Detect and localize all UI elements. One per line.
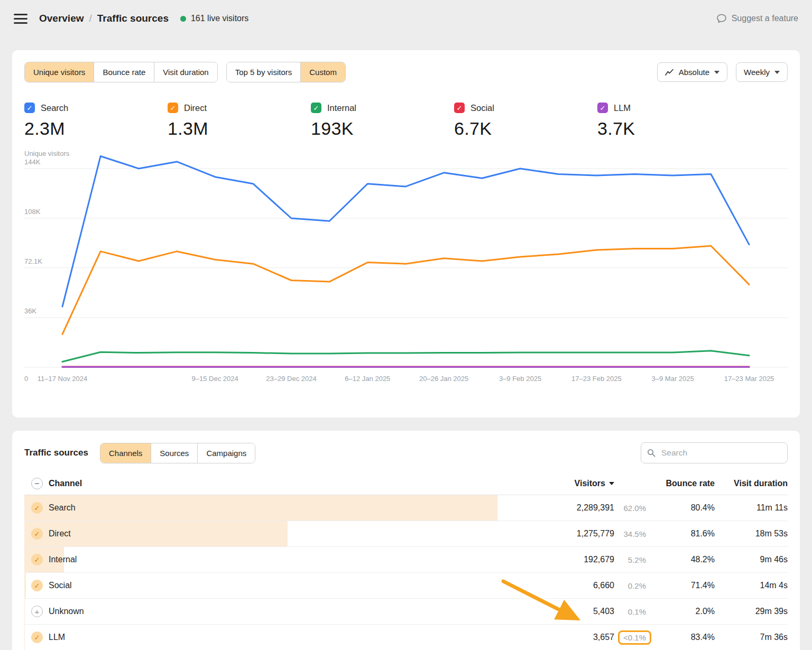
channel-name[interactable]: Unknown	[49, 607, 519, 616]
tab-sources[interactable]: Sources	[151, 443, 198, 463]
svg-text:0: 0	[24, 375, 28, 383]
bounce-rate-value: 48.2%	[646, 555, 715, 564]
svg-text:20–26 Jan 2025: 20–26 Jan 2025	[419, 375, 468, 383]
metric-tabs: Unique visitors Bounce rate Visit durati…	[24, 62, 218, 82]
legend-item-internal[interactable]: ✓ Internal 193K	[311, 103, 454, 139]
live-visitors: 161 live visitors	[180, 14, 248, 23]
suggest-feature-label: Suggest a feature	[732, 14, 798, 23]
topbar: Overview / Traffic sources 161 live visi…	[0, 0, 812, 37]
weekly-dropdown[interactable]: Weekly	[736, 62, 788, 82]
check-icon[interactable]: ✓	[31, 632, 43, 643]
breadcrumb: Overview / Traffic sources	[39, 13, 169, 24]
bounce-rate-value: 80.4%	[646, 503, 715, 513]
legend-label: Internal	[327, 103, 356, 113]
svg-text:3–9 Mar 2025: 3–9 Mar 2025	[652, 375, 694, 383]
breadcrumb-separator: /	[89, 13, 92, 24]
svg-text:11–17 Nov 2024: 11–17 Nov 2024	[38, 375, 87, 383]
breadcrumb-overview[interactable]: Overview	[39, 13, 84, 24]
channel-name[interactable]: Internal	[49, 555, 519, 564]
column-visitors: Visitors	[575, 479, 605, 488]
bounce-rate-value: 83.4%	[646, 633, 715, 642]
check-icon[interactable]: ✓	[31, 502, 43, 514]
visitors-value: 5,403	[519, 607, 614, 616]
visitors-value: 2,289,391	[519, 503, 614, 513]
channel-name[interactable]: LLM	[49, 633, 519, 642]
legend-label: LLM	[614, 103, 631, 113]
svg-text:17–23 Mar 2025: 17–23 Mar 2025	[724, 375, 774, 383]
tab-bounce-rate[interactable]: Bounce rate	[94, 62, 154, 82]
visitors-share: 0.2%	[628, 581, 646, 590]
expand-icon[interactable]: +	[31, 606, 43, 617]
visitors-share: 5.2%	[628, 555, 646, 564]
absolute-label: Absolute	[679, 68, 709, 77]
table-toolbar: Traffic sources Channels Sources Campaig…	[24, 442, 788, 463]
search-input[interactable]	[641, 442, 788, 463]
visit-duration-value: 7m 36s	[715, 633, 788, 642]
legend-value: 3.7K	[597, 118, 741, 139]
legend-value: 6.7K	[454, 118, 597, 139]
legend-value: 2.3M	[24, 118, 168, 139]
table-row-llm: ✓ LLM 3,657 <0.1% 83.4% 7m 36s	[24, 625, 788, 650]
tab-campaigns[interactable]: Campaigns	[198, 443, 255, 463]
column-channel: Channel	[49, 479, 519, 488]
legend-checkbox[interactable]: ✓	[597, 103, 608, 113]
legend-item-direct[interactable]: ✓ Direct 1.3M	[168, 103, 311, 139]
bounce-rate-value: 81.6%	[646, 529, 715, 538]
legend-item-social[interactable]: ✓ Social 6.7K	[454, 103, 597, 139]
live-visitors-label: 161 live visitors	[191, 14, 248, 23]
tab-channels[interactable]: Channels	[100, 443, 151, 463]
visitors-share: 34.5%	[623, 530, 646, 538]
chevron-down-icon	[714, 71, 719, 74]
legend-item-llm[interactable]: ✓ LLM 3.7K	[597, 103, 741, 139]
bounce-rate-value: 2.0%	[646, 607, 715, 616]
column-visit-duration[interactable]: Visit duration	[715, 479, 788, 488]
visit-duration-value: 18m 53s	[715, 529, 788, 538]
check-icon[interactable]: ✓	[31, 554, 43, 565]
check-icon[interactable]: ✓	[31, 528, 43, 540]
legend-checkbox[interactable]: ✓	[311, 103, 321, 113]
chart-card: Unique visitors Bounce rate Visit durati…	[12, 50, 800, 417]
bounce-rate-value: 71.4%	[646, 581, 715, 590]
table-search	[641, 442, 788, 463]
table-row-unknown: + Unknown 5,403 0.1% 2.0% 29m 39s	[24, 599, 788, 625]
svg-text:36K: 36K	[24, 307, 36, 315]
menu-icon[interactable]	[14, 14, 27, 24]
absolute-dropdown[interactable]: Absolute	[657, 62, 727, 82]
legend-checkbox[interactable]: ✓	[24, 103, 35, 113]
channels-table-body: ✓ Search 2,289,391 62.0% 80.4% 11m 11s ✓…	[24, 495, 788, 650]
breadcrumb-page[interactable]: Traffic sources	[97, 13, 169, 24]
svg-text:144K: 144K	[24, 158, 41, 166]
svg-text:23–29 Dec 2024: 23–29 Dec 2024	[266, 375, 316, 383]
tab-custom[interactable]: Custom	[301, 62, 345, 82]
tab-unique-visitors[interactable]: Unique visitors	[25, 62, 94, 82]
legend-label: Search	[41, 103, 68, 113]
weekly-label: Weekly	[744, 68, 770, 77]
check-icon[interactable]: ✓	[31, 580, 43, 591]
tab-visit-duration[interactable]: Visit duration	[154, 62, 217, 82]
svg-text:9–15 Dec 2024: 9–15 Dec 2024	[192, 375, 238, 383]
column-bounce-rate[interactable]: Bounce rate	[646, 479, 715, 488]
channel-name[interactable]: Search	[49, 503, 519, 513]
visit-duration-value: 9m 46s	[715, 555, 788, 564]
search-icon	[647, 449, 656, 457]
channel-name[interactable]: Direct	[49, 529, 519, 538]
visitors-share: 0.1%	[628, 607, 646, 616]
channel-name[interactable]: Social	[49, 581, 519, 590]
svg-text:108K: 108K	[24, 208, 41, 216]
traffic-chart: 144K108K72.1K36K0Unique visitors11–17 No…	[24, 148, 788, 387]
visitors-share: 62.0%	[623, 504, 646, 513]
legend-value: 1.3M	[168, 118, 311, 139]
chart-area: 144K108K72.1K36K0Unique visitors11–17 No…	[24, 148, 788, 387]
section-title: Traffic sources	[24, 448, 88, 458]
sort-visitors[interactable]: Visitors	[519, 479, 614, 488]
collapse-all-icon[interactable]: −	[31, 478, 43, 489]
chat-bubble-icon	[716, 13, 727, 24]
legend-label: Direct	[184, 103, 207, 113]
legend-checkbox[interactable]: ✓	[168, 103, 178, 113]
chevron-down-icon	[774, 71, 780, 74]
suggest-feature-button[interactable]: Suggest a feature	[716, 13, 798, 24]
legend-item-search[interactable]: ✓ Search 2.3M	[24, 103, 168, 139]
visitors-value: 6,660	[519, 581, 614, 590]
legend-checkbox[interactable]: ✓	[454, 103, 465, 113]
tab-top-5-by-visitors[interactable]: Top 5 by visitors	[227, 62, 301, 82]
